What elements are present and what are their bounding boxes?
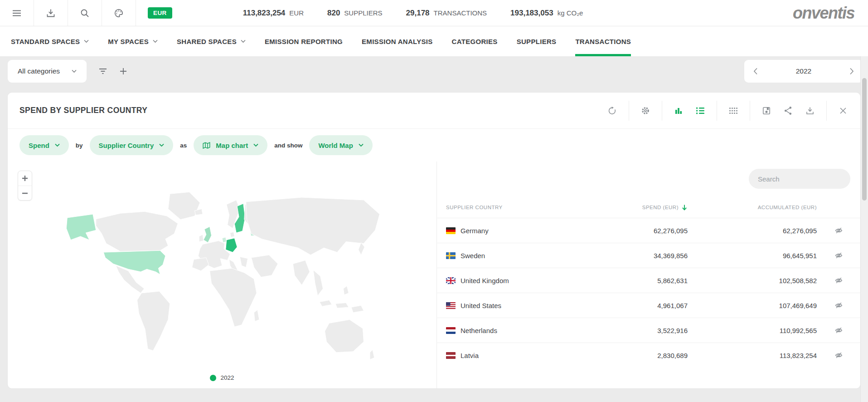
category-dropdown[interactable]: All categories	[8, 60, 87, 83]
map-landmass-se-asia	[313, 270, 323, 296]
theme-button[interactable]	[102, 0, 136, 26]
download-icon	[805, 106, 815, 115]
map-landmass-australia	[325, 319, 364, 352]
table-row-united-kingdom[interactable]: United Kingdom5,862,631102,508,582	[437, 268, 860, 293]
map-landmass-canada	[96, 211, 178, 251]
map-country-alaska[interactable]	[66, 214, 96, 240]
settings-button[interactable]	[640, 105, 651, 116]
accumulated-cell: 110,992,565	[688, 327, 817, 334]
save-button[interactable]	[761, 105, 772, 116]
download-button[interactable]	[34, 0, 68, 26]
map-pane: 2022	[8, 162, 436, 388]
table-search	[749, 169, 850, 189]
search-input[interactable]	[758, 175, 848, 183]
nav-tab-emission-reporting[interactable]: EMISSION REPORTING	[265, 26, 343, 56]
legend-item-2022[interactable]: 2022	[8, 374, 436, 381]
map-country-united-kingdom[interactable]	[204, 226, 212, 242]
column-header-accumulated[interactable]: ACCUMULATED (EUR)	[688, 205, 817, 210]
map-zoom-controls	[18, 171, 32, 201]
refresh-button[interactable]	[607, 105, 618, 116]
country-spend-table: SUPPLIER COUNTRY SPEND (EUR) ACCUMULATED…	[437, 197, 860, 368]
search-icon	[80, 8, 90, 18]
kpi-stat: 113,823,254EUR	[243, 9, 304, 18]
category-dropdown-label: All categories	[18, 67, 60, 75]
map-scope-chip-label: World Map	[318, 142, 353, 149]
dimension-chip-label: Supplier Country	[99, 142, 154, 149]
table-row-sweden[interactable]: Sweden34,369,85696,645,951	[437, 243, 860, 268]
main-area: SPEND BY SUPPLIER COUNTRY	[0, 86, 868, 402]
column-header-spend[interactable]: SPEND (EUR)	[573, 204, 688, 211]
eye-off-icon	[834, 251, 843, 260]
chevron-down-icon	[55, 143, 60, 147]
table-row-germany[interactable]: Germany62,276,09562,276,095	[437, 218, 860, 243]
widget-grid-button[interactable]	[728, 105, 739, 116]
table-row-netherlands[interactable]: Netherlands3,522,916110,992,565	[437, 318, 860, 343]
map-country-united-states[interactable]	[103, 250, 165, 275]
country-name: United States	[461, 302, 501, 309]
top-header: EUR 113,823,254EUR820SUPPLIERS29,178TRAN…	[0, 0, 868, 26]
column-header-supplier-country[interactable]: SUPPLIER COUNTRY	[446, 205, 573, 210]
chevron-down-icon	[159, 143, 164, 147]
plus-icon	[22, 175, 28, 181]
year-label: 2022	[796, 67, 811, 75]
table-row-latvia[interactable]: Latvia2,830,689113,823,254	[437, 343, 860, 368]
chevron-down-icon	[72, 69, 77, 73]
country-name: Latvia	[461, 352, 479, 359]
menu-button[interactable]	[0, 0, 34, 26]
close-button[interactable]	[838, 105, 849, 116]
nav-tab-my-spaces[interactable]: MY SPACES	[108, 26, 158, 56]
chevron-left-icon[interactable]	[753, 68, 758, 75]
nav-tab-shared-spaces[interactable]: SHARED SPACES	[177, 26, 246, 56]
map-landmass-greenland	[168, 192, 200, 220]
nav-tab-categories[interactable]: CATEGORIES	[452, 26, 498, 56]
filter-button[interactable]	[98, 67, 107, 75]
spend-cell: 3,522,916	[573, 327, 688, 334]
currency-badge: EUR	[148, 7, 172, 19]
add-filter-button[interactable]	[119, 67, 127, 75]
zoom-out-button[interactable]	[18, 186, 32, 200]
eye-off-icon	[834, 226, 843, 235]
chart-view-button[interactable]	[673, 105, 684, 116]
export-button[interactable]	[805, 105, 815, 116]
table-body: Germany62,276,09562,276,095Sweden34,369,…	[437, 218, 860, 368]
kpi-value: 113,823,254	[243, 9, 286, 18]
zoom-in-button[interactable]	[18, 171, 32, 186]
map-country-germany[interactable]	[226, 238, 237, 252]
chevron-right-icon[interactable]	[849, 68, 854, 75]
toggle-visibility-button[interactable]	[817, 276, 860, 284]
country-cell: Netherlands	[446, 327, 573, 334]
nav-tab-suppliers[interactable]: SUPPLIERS	[517, 26, 557, 56]
widget-title: SPEND BY SUPPLIER COUNTRY	[19, 106, 147, 115]
nav-tab-transactions[interactable]: TRANSACTIONS	[575, 26, 631, 56]
scrollbar-thumb[interactable]	[862, 78, 867, 201]
toggle-visibility-button[interactable]	[817, 251, 860, 260]
flag-sweden-icon	[446, 252, 456, 259]
toggle-visibility-button[interactable]	[817, 326, 860, 334]
chart-type-chip[interactable]: Map chart	[194, 135, 267, 155]
table-row-united-states[interactable]: United States4,961,067107,469,649	[437, 293, 860, 318]
measure-chip[interactable]: Spend	[19, 135, 69, 155]
toggle-visibility-button[interactable]	[817, 351, 860, 359]
toggle-visibility-button[interactable]	[817, 226, 860, 235]
map-landmass-japan	[359, 243, 365, 255]
share-button[interactable]	[783, 105, 794, 116]
world-map[interactable]	[8, 162, 436, 368]
map-landmass-indonesia-2	[335, 303, 349, 308]
country-name: United Kingdom	[461, 277, 509, 284]
eye-off-icon	[834, 351, 843, 359]
dimension-chip[interactable]: Supplier Country	[90, 135, 174, 155]
currency-selector[interactable]: EUR	[136, 0, 184, 26]
toggle-visibility-button[interactable]	[817, 301, 860, 309]
list-view-button[interactable]	[695, 105, 706, 116]
flag-germany-icon	[446, 227, 456, 234]
nav-tab-emission-analysis[interactable]: EMISSION ANALYSIS	[362, 26, 433, 56]
nav-tab-standard-spaces[interactable]: STANDARD SPACES	[11, 26, 89, 56]
search-button[interactable]	[68, 0, 102, 26]
flag-united-states-icon	[446, 302, 456, 309]
vertical-scrollbar[interactable]	[860, 56, 868, 402]
spend-cell: 4,961,067	[573, 302, 688, 309]
map-scope-chip[interactable]: World Map	[309, 135, 372, 155]
chevron-down-icon	[253, 143, 258, 147]
toolbar-divider	[662, 101, 662, 121]
map-country-netherlands[interactable]	[222, 237, 227, 243]
